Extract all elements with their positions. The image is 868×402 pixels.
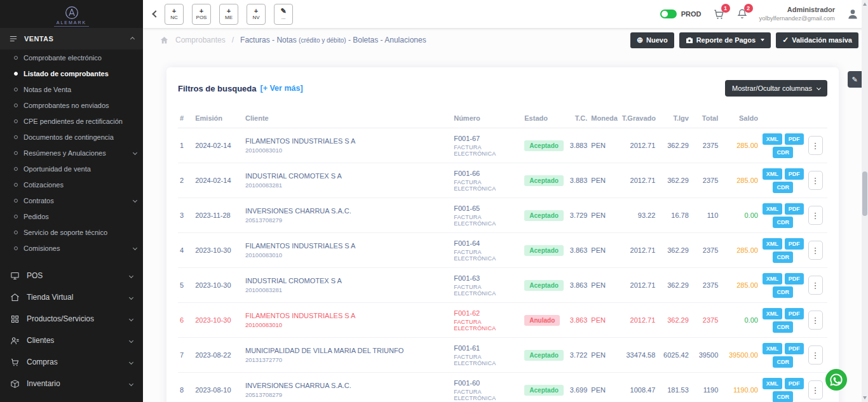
sidebar-item-cotizaciones[interactable]: Cotizaciones <box>0 177 143 192</box>
exchange-rate: 3.699 <box>564 373 589 402</box>
document-number: F001-65 <box>454 204 520 212</box>
client-cell: INDUSTRIAL CROMOTEX S A20100083281 <box>243 268 452 303</box>
download-xml-button[interactable]: XML <box>763 308 782 319</box>
row-menu-button[interactable]: ⋮ <box>808 380 823 399</box>
status-badge: Aceptado <box>524 245 564 256</box>
client-cell: INVERSIONES CHARRUA S.A.C.20513708279 <box>243 198 452 233</box>
bullet-icon <box>14 88 18 91</box>
sidebar-item-cpe-pendientes-de-rectificacion[interactable]: CPE pendientes de rectificación <box>0 113 143 129</box>
download-xml-button[interactable]: XML <box>763 168 782 180</box>
brand-logo[interactable]: ALEMARK <box>0 0 143 28</box>
status-cell: Aceptado <box>522 198 564 233</box>
download-pdf-button[interactable]: PDF <box>785 273 804 285</box>
clients-icon <box>10 336 20 345</box>
download-cdr-button[interactable]: CDR <box>773 391 793 402</box>
total-amount: 110 <box>691 198 720 233</box>
bullet-icon <box>14 119 18 123</box>
row-menu-button[interactable]: ⋮ <box>808 311 823 330</box>
row-menu-button[interactable]: ⋮ <box>808 171 823 190</box>
page-action-validacion-masiva[interactable]: ✓Validación masiva <box>776 32 858 48</box>
sidebar-item-clientes[interactable]: Clientes <box>0 330 143 351</box>
row-menu-button[interactable]: ⋮ <box>808 206 823 225</box>
sidebar-item-listado-de-comprobantes[interactable]: Listado de comprobantes <box>0 65 143 81</box>
sidebar-item-productos-servicios[interactable]: Productos/Servicios <box>0 308 143 330</box>
sidebar-item-resumenes-y-anulaciones[interactable]: Resúmenes y Anulaciones <box>0 145 143 161</box>
sidebar-item-label: Oportunidad de venta <box>24 165 91 173</box>
sidebar-item-comprobantes-no-enviados[interactable]: Comprobantes no enviados <box>0 97 143 113</box>
environment-toggle[interactable] <box>660 10 677 18</box>
download-cdr-button[interactable]: CDR <box>773 147 793 158</box>
igv-amount: 362.29 <box>657 268 691 303</box>
edit-floating-button[interactable]: ✎ <box>848 71 862 88</box>
status-cell: Aceptado <box>522 128 564 163</box>
toggle-columns-button[interactable]: Mostrar/Ocultar columnas <box>725 80 827 97</box>
download-xml-button[interactable]: XML <box>763 273 782 285</box>
sidebar-item-documentos-de-contingencia[interactable]: Documentos de contingencia <box>0 129 143 145</box>
sidebar-item-pedidos[interactable]: Pedidos <box>0 208 143 224</box>
download-cdr-button[interactable]: CDR <box>773 217 793 228</box>
document-cell: F001-66FACTURA ELECTRÓNICA <box>452 163 522 198</box>
sidebar-item-compras[interactable]: Compras <box>0 351 143 373</box>
sidebar-item-label: Notas de Venta <box>24 86 71 93</box>
sidebar-item-comprobante-electronico[interactable]: Comprobante electrónico <box>0 50 143 65</box>
download-xml-button[interactable]: XML <box>763 378 782 389</box>
igv-amount: 362.29 <box>657 163 691 198</box>
download-pdf-button[interactable]: PDF <box>785 238 804 250</box>
whatsapp-button[interactable] <box>825 369 847 391</box>
ver-mas-link[interactable]: [+ Ver más] <box>261 84 303 93</box>
quick-action-pos[interactable]: +POS <box>192 4 211 25</box>
sidebar-item-ventas[interactable]: VENTAS <box>0 28 143 50</box>
scrollbar-thumb[interactable] <box>862 171 867 216</box>
scroll-up-arrow-icon[interactable] <box>863 3 867 6</box>
download-xml-button[interactable]: XML <box>763 203 782 215</box>
sidebar-item-oportunidad-de-venta[interactable]: Oportunidad de venta <box>0 161 143 177</box>
menu-cell: ⋮ <box>806 373 827 402</box>
document-cell: F001-63FACTURA ELECTRÓNICA <box>452 268 522 303</box>
download-cdr-button[interactable]: CDR <box>773 182 793 193</box>
saldo-value: 0.00 <box>720 303 760 338</box>
page-action-reporte-de-pagos[interactable]: Reporte de Pagos <box>679 32 771 48</box>
download-xml-button[interactable]: XML <box>763 238 782 250</box>
quick-action-me[interactable]: +ME <box>219 4 238 25</box>
download-pdf-button[interactable]: PDF <box>785 168 804 180</box>
breadcrumb-parent[interactable]: Comprobantes <box>175 36 226 44</box>
sidebar-item-pos[interactable]: POS <box>0 265 143 286</box>
sidebar-item-notas-de-venta[interactable]: Notas de Venta <box>0 81 143 97</box>
user-menu-button[interactable] <box>846 8 859 20</box>
quick-action-nv[interactable]: +NV <box>247 4 266 25</box>
download-cdr-button[interactable]: CDR <box>773 356 793 368</box>
notifications-button[interactable]: 2 <box>736 8 748 20</box>
row-menu-button[interactable]: ⋮ <box>808 136 823 155</box>
cart-button[interactable]: 1 <box>713 8 725 20</box>
col-header-t-c: T.C. <box>564 114 589 128</box>
emission-date: 2023-10-30 <box>193 303 243 338</box>
menu-cell: ⋮ <box>806 128 827 163</box>
download-cdr-button[interactable]: CDR <box>773 286 793 298</box>
status-badge: Aceptado <box>524 210 564 221</box>
page-action-nuevo[interactable]: ⊕Nuevo <box>630 32 674 48</box>
download-pdf-button[interactable]: PDF <box>785 343 804 354</box>
sidebar-item-tienda-virtual[interactable]: Tienda Virtual <box>0 286 143 308</box>
download-cdr-button[interactable]: CDR <box>773 251 793 263</box>
sidebar-item-comisiones[interactable]: Comisiones <box>0 240 143 256</box>
download-pdf-button[interactable]: PDF <box>785 203 804 215</box>
sidebar-item-contratos[interactable]: Contratos <box>0 192 143 208</box>
sidebar-item-servicio-de-soporte-tecnico[interactable]: Servicio de soporte técnico <box>0 224 143 240</box>
scroll-down-arrow-icon[interactable] <box>863 396 867 399</box>
document-cell: F001-64FACTURA ELECTRÓNICA <box>452 233 522 268</box>
download-xml-button[interactable]: XML <box>763 343 782 354</box>
row-menu-button[interactable]: ⋮ <box>808 345 823 365</box>
row-menu-button[interactable]: ⋮ <box>808 276 823 295</box>
download-pdf-button[interactable]: PDF <box>785 133 804 145</box>
page-scrollbar[interactable] <box>862 0 868 402</box>
download-xml-button[interactable]: XML <box>763 133 782 145</box>
download-cdr-button[interactable]: CDR <box>773 321 793 333</box>
download-pdf-button[interactable]: PDF <box>785 308 804 319</box>
download-pdf-button[interactable]: PDF <box>785 378 804 389</box>
actions-cell: XMLPDFCDR <box>760 268 806 303</box>
row-menu-button[interactable]: ⋮ <box>808 241 823 260</box>
sidebar-item-inventario[interactable]: Inventario <box>0 373 143 394</box>
quick-action-nc[interactable]: +NC <box>165 4 184 25</box>
collapse-sidebar-button[interactable] <box>153 11 158 17</box>
quick-action-more[interactable]: ✎... <box>274 4 293 25</box>
